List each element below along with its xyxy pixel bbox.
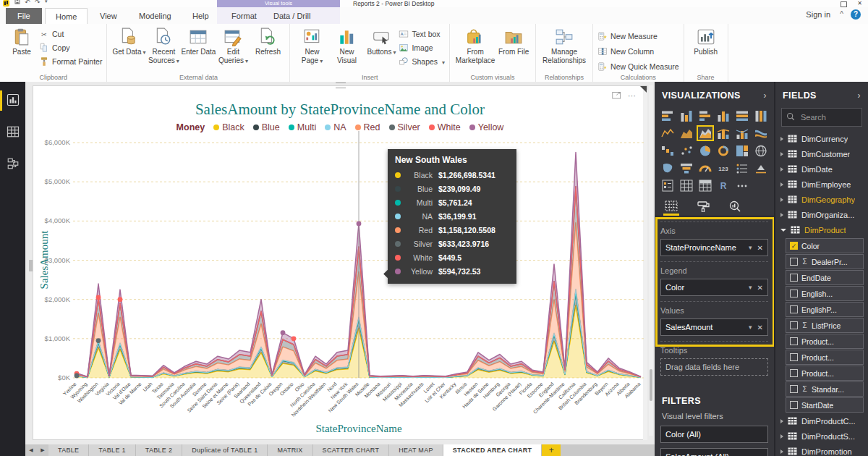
- funnel-visual-icon[interactable]: [678, 160, 695, 176]
- stacked-area-visual-icon[interactable]: [697, 125, 714, 141]
- remove-field-icon[interactable]: ✕: [757, 324, 763, 332]
- chevron-right-icon[interactable]: [780, 182, 783, 187]
- image-button[interactable]: Image: [399, 42, 445, 54]
- get-data-button[interactable]: Get Data: [111, 26, 146, 56]
- fields-tab[interactable]: [665, 200, 678, 216]
- legend-item-black[interactable]: Black: [213, 122, 244, 132]
- collapse-fields-icon[interactable]: ›: [858, 90, 861, 101]
- shapes-button[interactable]: Shapes: [399, 56, 445, 67]
- checked-checkbox[interactable]: ✓: [790, 242, 798, 250]
- next-page-arrow-icon[interactable]: ▶: [37, 444, 48, 456]
- checkbox[interactable]: [790, 385, 798, 393]
- field-item-enddate[interactable]: EndDate: [786, 270, 864, 285]
- manage-relationships-button[interactable]: Manage Relationships: [540, 26, 588, 64]
- field-item-listprice[interactable]: ΣListPrice: [786, 318, 864, 333]
- fields-table-dimcustomer[interactable]: DimCustomer: [775, 146, 868, 161]
- filter-pill[interactable]: Color (All): [660, 426, 768, 443]
- legend-item-white[interactable]: White: [429, 122, 461, 132]
- refresh-button[interactable]: Refresh: [250, 26, 285, 56]
- ellipsis-visual-icon[interactable]: [733, 177, 751, 193]
- line-clustered-column-visual-icon[interactable]: [733, 125, 751, 141]
- canvas-scrollbar-thumb[interactable]: [650, 369, 652, 401]
- donut-visual-icon[interactable]: [715, 143, 733, 159]
- fields-table-dimgeography[interactable]: DimGeography: [775, 192, 868, 207]
- scatter-visual-icon[interactable]: [678, 143, 695, 159]
- field-dropdown-icon[interactable]: ▾: [749, 324, 752, 331]
- table-visual-icon[interactable]: [678, 177, 695, 193]
- copy-button[interactable]: Copy: [39, 42, 102, 54]
- fields-table-dimorganiza[interactable]: DimOrganiza...: [775, 207, 868, 222]
- report-canvas[interactable]: ⋯ SalesAmount by StateProvinceName and C…: [25, 82, 655, 444]
- field-dropdown-icon[interactable]: ▾: [749, 244, 752, 251]
- fields-table-dimproductc[interactable]: DimProductC...: [775, 413, 868, 428]
- save-icon[interactable]: [14, 0, 20, 6]
- waterfall-visual-icon[interactable]: [659, 143, 676, 159]
- visual-drag-handle[interactable]: [336, 83, 346, 88]
- undo-icon[interactable]: ↶: [25, 0, 30, 6]
- well-field-color[interactable]: Color▾✕: [660, 279, 768, 296]
- legend-item-multi[interactable]: Multi: [289, 122, 316, 132]
- tab-modeling[interactable]: Modeling: [129, 8, 182, 24]
- map-visual-icon[interactable]: [752, 143, 770, 159]
- field-dropdown-icon[interactable]: ▾: [749, 284, 752, 291]
- filled-map-visual-icon[interactable]: [659, 160, 676, 176]
- checkbox[interactable]: [790, 321, 798, 329]
- chevron-right-icon[interactable]: [780, 137, 783, 141]
- new-visual-button[interactable]: New Visual: [329, 26, 364, 64]
- well-drop-target[interactable]: Drag data fields here: [660, 358, 768, 376]
- field-item-product[interactable]: Product...: [786, 334, 864, 349]
- visual-corner-handle[interactable]: [640, 86, 647, 93]
- kpi-visual-icon[interactable]: [752, 160, 770, 176]
- card-visual-icon[interactable]: 123: [715, 160, 733, 176]
- stacked-area-chart-visual[interactable]: ⋯ SalesAmount by StateProvinceName and C…: [33, 85, 647, 440]
- remove-field-icon[interactable]: ✕: [757, 284, 763, 292]
- line-stacked-column-visual-icon[interactable]: [715, 125, 733, 141]
- new-column-button[interactable]: New Column: [597, 46, 679, 57]
- search-box[interactable]: [781, 108, 862, 127]
- legend-item-blue[interactable]: Blue: [253, 122, 280, 132]
- legend-item-na[interactable]: NA: [325, 122, 346, 132]
- collapse-ribbon-icon[interactable]: ^: [840, 10, 843, 18]
- cut-button[interactable]: ✂Cut: [39, 28, 102, 40]
- data-view-button[interactable]: [0, 119, 25, 147]
- format-tab[interactable]: [697, 200, 710, 216]
- checkbox[interactable]: [790, 274, 798, 282]
- multi-row-card-visual-icon[interactable]: [733, 160, 751, 176]
- chevron-right-icon[interactable]: [780, 213, 783, 217]
- chevron-right-icon[interactable]: [780, 434, 783, 439]
- field-item-english[interactable]: English...: [786, 286, 864, 301]
- add-page-button[interactable]: +: [542, 444, 561, 456]
- treemap-visual-icon[interactable]: [733, 143, 751, 159]
- checkbox[interactable]: [790, 353, 798, 361]
- field-item-product[interactable]: Product...: [786, 350, 864, 365]
- chevron-right-icon[interactable]: [780, 152, 783, 156]
- r-script-visual-icon[interactable]: R: [715, 177, 733, 193]
- recent-sources-button[interactable]: Recent Sources: [146, 26, 181, 64]
- field-item-product[interactable]: Product...: [786, 366, 864, 381]
- search-input[interactable]: [799, 112, 857, 122]
- format-painter-button[interactable]: Format Painter: [39, 56, 102, 67]
- collapse-visualizations-icon[interactable]: ›: [764, 90, 767, 101]
- maximize-icon[interactable]: [841, 1, 847, 7]
- field-item-dealerpr[interactable]: ΣDealerPr...: [786, 254, 864, 269]
- focus-mode-icon[interactable]: [612, 89, 622, 102]
- tab-data-drill[interactable]: Data / Drill: [263, 8, 320, 24]
- gauge-visual-icon[interactable]: [697, 160, 714, 176]
- redo-icon[interactable]: ↷: [35, 0, 41, 6]
- model-view-button[interactable]: [0, 151, 25, 179]
- checkbox[interactable]: [790, 401, 798, 409]
- 100-stacked-bar-visual-icon[interactable]: [733, 108, 751, 124]
- fields-table-dimproducts[interactable]: DimProductS...: [775, 428, 868, 444]
- report-view-button[interactable]: [0, 88, 25, 115]
- clustered-column-visual-icon[interactable]: [715, 108, 733, 124]
- paste-button[interactable]: Paste: [4, 26, 39, 56]
- publish-button[interactable]: Publish: [689, 26, 723, 56]
- chevron-down-icon[interactable]: [780, 229, 786, 232]
- new-measure-button[interactable]: New Measure: [597, 30, 679, 42]
- area-visual-icon[interactable]: [678, 125, 695, 141]
- close-icon[interactable]: ✕: [857, 0, 862, 7]
- remove-field-icon[interactable]: ✕: [757, 244, 763, 252]
- fields-table-dimdate[interactable]: DimDate: [775, 161, 868, 177]
- stacked-column-visual-icon[interactable]: [678, 108, 695, 124]
- matrix-visual-icon[interactable]: [697, 177, 714, 193]
